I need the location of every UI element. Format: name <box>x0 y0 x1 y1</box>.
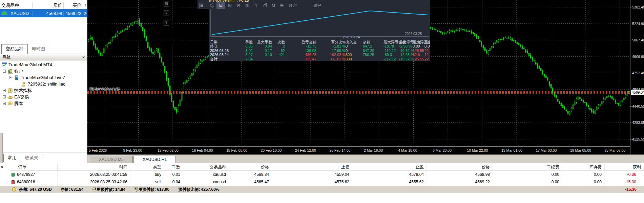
time-axis-label: 26 Feb 14:00 <box>330 148 351 152</box>
expand-plus-icon[interactable]: + <box>3 89 6 92</box>
orders-col-10[interactable]: 库存费 <box>562 163 605 171</box>
mw-col-spread[interactable]: ! <box>83 3 87 8</box>
current-price-box: 4569.04 <box>631 90 644 95</box>
chart-corner-button-1[interactable]: √ <box>164 11 169 16</box>
nav-item-label: 7205932: shilin liao <box>28 81 65 87</box>
orders-col-8[interactable]: 价格 <box>427 163 493 171</box>
balance-item-1: 净值: 631.84 <box>61 187 84 192</box>
stats-cell: -89.3 <box>383 53 399 57</box>
expand-plus-icon[interactable]: + <box>3 102 6 105</box>
panel-grid-icon[interactable]: ▦ <box>199 3 204 8</box>
stats-tab-年[interactable]: 年 <box>252 2 261 9</box>
orders-col-6[interactable]: 止损 <box>272 163 352 171</box>
stats-cell: 22.25 % <box>424 57 430 61</box>
mw-col-ask[interactable]: 买价 <box>63 2 83 8</box>
chart-area[interactable]: #64879927 buy 0.01#64880016 sell 0.04 5 … <box>87 0 644 154</box>
price-axis-tick <box>630 40 631 40</box>
terminal-close-icon[interactable]: × <box>1 165 3 169</box>
mini-chart-date-left: 2026.03.24 <box>343 35 360 39</box>
stats-col-2: 最大手数 <box>253 40 272 44</box>
stats-tab-备[interactable]: 备 <box>277 2 286 9</box>
mt4-window: 交易品种 卖价 买价 ! XAUUSD 4568.98 4569.22 24 交… <box>0 0 644 203</box>
nav-item-0[interactable]: TradeMax Global MT4 <box>0 61 87 68</box>
market-watch-tabs: 交易品种 即时图 <box>0 44 87 54</box>
time-axis-label: 19 Mar 05:00 <box>570 148 591 152</box>
stats-cell: 52 <box>272 49 285 53</box>
tab-symbols[interactable]: 交易品种 <box>1 44 28 54</box>
orders-col-1[interactable]: 时间 <box>58 163 130 171</box>
chart-tab-m5[interactable]: XAUUSD,M5 <box>90 156 133 163</box>
stats-cell: -1.81 % <box>316 44 346 48</box>
stats-panel-tabs: ▦综日周月季年币M备账户路径 <box>199 2 321 9</box>
tab-tick-chart[interactable]: 即时图 <box>28 44 49 54</box>
ea-icon <box>7 95 13 99</box>
orders-col-11[interactable]: 获利 <box>605 163 644 171</box>
time-axis-label: 12 Feb 02:00 <box>158 148 179 152</box>
nav-item-4[interactable]: +f技术指标 <box>0 87 87 94</box>
stats-table-row-0: 持仓0.050.042-11.73-1.81 %0647.2-18.78-2.9… <box>210 44 430 48</box>
stats-col-9: 最大浮亏比例 <box>399 40 413 44</box>
collapse-minus-icon[interactable]: − <box>3 70 6 73</box>
stats-cell: 2026.03.25 <box>210 49 236 53</box>
mw-col-bid[interactable]: 卖价 <box>32 2 64 8</box>
stats-col-7: 余额 <box>363 40 383 44</box>
row-gutter <box>0 171 10 178</box>
orders-col-3[interactable]: 手数 <box>164 163 183 171</box>
stats-col-8: 最大浮亏金额 <box>383 40 399 44</box>
order-cell: 2026.03.25 03:42:06 <box>58 178 130 186</box>
orders-col-7[interactable]: 止盈 <box>352 163 427 171</box>
collapse-minus-icon[interactable]: − <box>9 76 12 79</box>
orders-col-4[interactable]: 交易品种 <box>183 163 229 171</box>
order-line-label: #64880016 sell 0.04 <box>90 88 121 92</box>
nav-item-2[interactable]: −TradeMaxGlobal-Live7 <box>0 74 87 81</box>
time-axis-label: 17 Mar 03:00 <box>536 148 557 152</box>
stats-table-header-row: 日期手数最大手数次数盈亏金额百分比%出入金余额最大浮亏金额最大浮亏比例最大浮盈金… <box>210 40 430 44</box>
stats-tab-月[interactable]: 月 <box>234 2 243 9</box>
tab-common[interactable]: 常用 <box>3 154 21 162</box>
nav-item-label: 账户 <box>14 68 23 74</box>
chart-tab-h1[interactable]: XAUUSD,H1 <box>133 156 176 163</box>
orders-col-5[interactable]: 价格 <box>229 163 272 171</box>
price-axis-tick <box>630 57 631 57</box>
tab-favorites[interactable]: 收藏夹 <box>21 154 42 162</box>
order-cell: 0.00 <box>493 171 562 178</box>
orders-col-2[interactable]: 类型 <box>130 163 164 171</box>
chart-corner-button-2[interactable]: ? <box>164 20 169 25</box>
order-row-64879927[interactable]: 648799272026.03.25 03:41:59buy0.01xauusd… <box>0 171 644 178</box>
stats-cell: 421 <box>272 53 285 57</box>
user-icon <box>21 82 27 87</box>
stats-cell: 0.17 <box>253 49 272 53</box>
order-ticket: 64880016 <box>17 178 35 186</box>
balance-total-profit: -15.36 <box>625 187 644 192</box>
mw-col-symbol[interactable]: 交易品种 <box>0 2 32 8</box>
stats-tab-日[interactable]: 日 <box>216 2 225 9</box>
nav-item-1[interactable]: −账户 <box>0 68 87 74</box>
stats-path-button[interactable]: 路径 <box>313 3 321 8</box>
time-axis-label: 18 Feb 08:00 <box>226 148 247 152</box>
orders-col-9[interactable]: 手续费 <box>493 163 562 171</box>
stats-tab-季[interactable]: 季 <box>243 2 252 9</box>
expand-plus-icon[interactable]: + <box>3 95 6 98</box>
stats-cell: 111.82 % <box>316 57 346 61</box>
stats-tab-综[interactable]: 综 <box>208 2 216 9</box>
navigator-close-icon[interactable]: × <box>82 55 85 60</box>
stats-tab-周[interactable]: 周 <box>225 2 234 9</box>
accounts-icon <box>7 69 13 74</box>
nav-item-3[interactable]: 7205932: shilin liao <box>0 81 87 87</box>
orders-col-0[interactable]: 订单 <box>10 163 58 171</box>
stats-cell: 6.27 <box>236 53 253 57</box>
stats-cell: 300 <box>346 53 363 57</box>
stats-cell: -19.52 % <box>399 49 413 53</box>
stats-tab-账户[interactable]: 账户 <box>286 2 299 9</box>
nav-item-6[interactable]: +脚本 <box>0 100 87 107</box>
market-watch-row-xauusd[interactable]: XAUUSD 4568.98 4569.22 24 <box>0 9 87 17</box>
stats-tab-币[interactable]: 币 <box>261 2 269 9</box>
order-row-64880016[interactable]: 648800162026.03.25 03:42:06sell0.04xauus… <box>0 178 644 186</box>
stats-tab-M[interactable]: M <box>269 3 277 8</box>
stats-cell: -18.78 <box>383 44 399 48</box>
price-axis-label: 5224.90 <box>632 22 644 26</box>
stats-cell: 786.25 <box>363 53 383 57</box>
nav-item-5[interactable]: +EA交易 <box>0 94 87 100</box>
chart-corner-button-0[interactable]: ▨ <box>164 1 169 6</box>
stats-cell: 162.08 % <box>316 53 346 57</box>
